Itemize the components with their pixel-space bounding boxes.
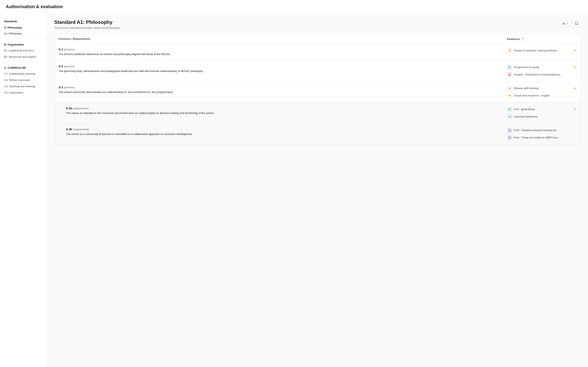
table-row: A.3 (practice) The school community demo… — [54, 82, 580, 103]
practice-code-a1: A.1 (practice) — [59, 48, 507, 51]
chart-icon — [507, 72, 512, 77]
svg-rect-11 — [510, 74, 511, 76]
table-row: A.3b (requirement) The school as a commu… — [54, 124, 580, 144]
evidence-label: Post - Students enjoyed working wit... — [514, 129, 576, 132]
table-header: Practices / Requirements Evidences i — [54, 34, 580, 44]
evidence-label: Post - Today we invited an IBDP Gue... — [514, 136, 576, 139]
table-row: A.1 (practice) The school's published st… — [54, 44, 580, 60]
sidebar-item-c2[interactable]: C2: Written curriculum — [0, 77, 47, 83]
sidebar-item-c3[interactable]: C3: Teaching and learning — [0, 83, 47, 90]
practices-table: Practices / Requirements Evidences i A.1… — [54, 34, 581, 145]
evidence-item: Post - Students enjoyed working wit... — [507, 128, 576, 133]
star-filled-icon: ★ — [574, 66, 576, 69]
practice-desc-a3b: The school as a community of learners is… — [66, 132, 507, 136]
post-icon-2 — [507, 135, 512, 140]
divider-2 — [0, 62, 47, 62]
star-filled-icon: ★ — [574, 49, 576, 52]
star-filled-icon: ★ — [574, 108, 576, 111]
evidences-a3b: Post - Students enjoyed working wit... P… — [507, 128, 576, 140]
practice-desc-a2: The governing body, administrative and p… — [59, 69, 507, 73]
le-badge-icon: LE — [507, 114, 512, 119]
star-filled-icon: ★ — [574, 86, 576, 90]
practice-left-a3: A.3 (practice) The school community demo… — [59, 86, 507, 94]
evidence-label: Unit - generations — [514, 108, 572, 111]
evidence-item: LE Learning experience — [507, 114, 576, 119]
evidences-a3a: Unit - generations ★ LE Learning experie… — [507, 107, 576, 119]
sidebar: Standards A: Philosophy A1: Philosophy B… — [0, 14, 47, 367]
practice-code-a3: A.3 (practice) — [59, 86, 507, 89]
svg-point-12 — [509, 89, 510, 89]
practice-desc-a3: The school community demonstrates an und… — [59, 90, 507, 94]
sidebar-group-a: A: Philosophy — [0, 24, 47, 30]
app-header: Authorisation & evaluation — [0, 0, 588, 14]
svg-rect-1 — [562, 24, 565, 24]
practice-code-a2: A.2 (practice) — [59, 65, 507, 68]
standard-header: Standard A1: Philosophy The school's edu… — [54, 19, 581, 29]
image-icon — [507, 107, 512, 112]
comment-button[interactable] — [572, 20, 581, 27]
practice-left-a3a: A.3a (requirement) The values as indicat… — [59, 107, 507, 115]
svg-rect-3 — [575, 22, 578, 25]
practice-desc-a1: The school's published statements as mis… — [59, 52, 507, 56]
evidence-label: Design of teachers' training worksho... — [514, 49, 572, 52]
comment-icon — [575, 22, 579, 25]
svg-rect-10 — [509, 74, 510, 76]
sidebar-item-a1[interactable]: A1: Philosophy — [0, 30, 47, 37]
evidence-item: Unit - generations ★ — [507, 107, 576, 112]
main-content: Standard A1: Philosophy The school's edu… — [47, 14, 588, 367]
evidence-label: Scope and sequence - english — [514, 94, 576, 97]
standard-description: The school's educational beliefs, values… — [54, 26, 120, 29]
post-icon-1 — [507, 128, 512, 133]
evidence-label: Learning experience — [514, 115, 576, 118]
evidence-item: Post - Today we invited an IBDP Gue... — [507, 135, 576, 140]
info-icon[interactable]: i — [521, 37, 525, 41]
svg-point-4 — [509, 51, 510, 51]
en-badge-icon: EN — [507, 93, 512, 98]
practice-left-a1: A.1 (practice) The school's published st… — [59, 48, 507, 56]
sidebar-item-c1[interactable]: C1: Collaborative planning — [0, 71, 47, 77]
chevron-down-icon — [567, 23, 569, 25]
svg-rect-9 — [509, 75, 509, 76]
practice-left-a2: A.2 (practice) The governing body, admin… — [59, 65, 507, 73]
sidebar-group-c: C: CURRICULUM — [0, 64, 47, 71]
sidebar-item-c4[interactable]: C4: Assessment — [0, 90, 47, 96]
evidences-a2: Programme of inquiry ★ Insights - Distri… — [507, 65, 576, 77]
evidence-item: Insights - Distribution of transdiciplin… — [507, 72, 576, 77]
sidebar-item-b2[interactable]: B2: Resources and support — [0, 54, 47, 60]
evidence-item: Design of teachers' training worksho... … — [507, 48, 576, 53]
fire-icon — [507, 86, 512, 91]
standard-title-area: Standard A1: Philosophy The school's edu… — [54, 19, 120, 29]
evidence-label: Programme of inquiry — [514, 66, 572, 69]
table-row: A.3a (requirement) The values as indicat… — [54, 103, 580, 124]
col-header-practices: Practices / Requirements — [59, 37, 507, 41]
evidence-label: Insights - Distribution of transdiciplin… — [514, 73, 576, 76]
svg-rect-0 — [562, 23, 565, 23]
doc-icon — [507, 65, 512, 70]
app-body: Standards A: Philosophy A1: Philosophy B… — [0, 14, 588, 367]
sidebar-group-b: B: Organisation — [0, 41, 47, 47]
practice-code-a3a: A.3a (requirement) — [66, 107, 507, 110]
list-icon — [562, 22, 566, 25]
evidences-a3: Weekly staff meeting ★ EN Scope and sequ… — [507, 86, 576, 98]
list-view-button[interactable] — [560, 20, 571, 27]
app-title: Authorisation & evaluation — [6, 4, 582, 9]
col-header-evidences: Evidences i — [507, 37, 576, 41]
evidences-a1: Design of teachers' training worksho... … — [507, 48, 576, 53]
table-row: A.2 (practice) The governing body, admin… — [54, 60, 580, 82]
evidence-item: Weekly staff meeting ★ — [507, 86, 576, 91]
practice-left-a3b: A.3b (requirement) The school as a commu… — [59, 128, 507, 136]
standard-title: Standard A1: Philosophy — [54, 19, 120, 25]
practice-desc-a3a: The values as indicated in the curriculu… — [66, 111, 507, 115]
evidence-label: Weekly staff meeting — [514, 87, 572, 90]
practice-code-a3b: A.3b (requirement) — [66, 128, 507, 131]
evidence-item: Programme of inquiry ★ — [507, 65, 576, 70]
svg-rect-2 — [562, 24, 565, 25]
sidebar-item-b1[interactable]: B1: Leadership and struc... — [0, 47, 47, 54]
standards-label: Standards — [0, 18, 47, 24]
fire-icon — [507, 48, 512, 53]
toolbar-buttons — [560, 20, 581, 27]
evidence-item: EN Scope and sequence - english — [507, 93, 576, 98]
